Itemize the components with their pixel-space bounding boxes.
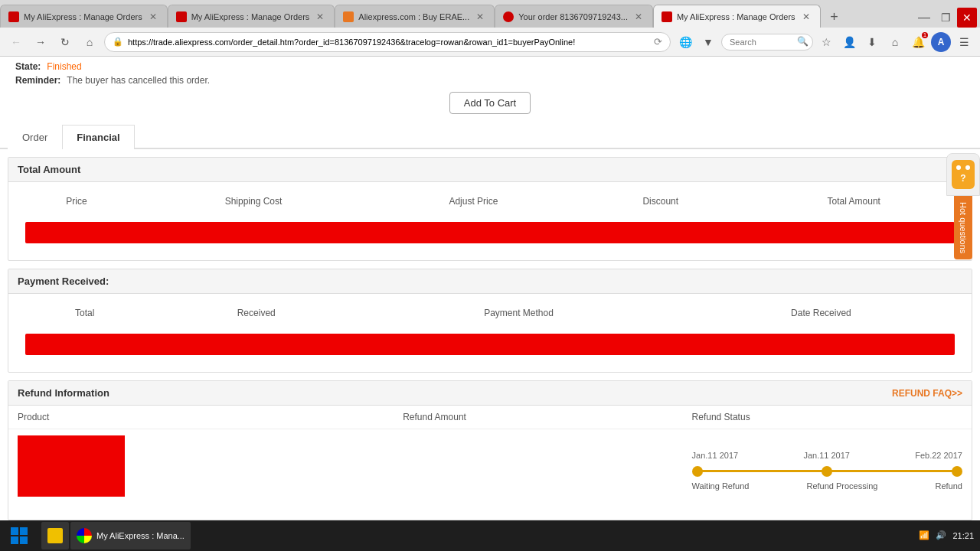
hot-questions-label[interactable]: Hot questions [954, 196, 972, 259]
payment-received-table: Total Received Payment Method Date Recei… [16, 302, 964, 364]
file-explorer-icon [47, 528, 63, 543]
tab-financial[interactable]: Financial [62, 125, 134, 149]
win-logo-tr [20, 527, 28, 535]
col-refund-status: Refund Status [683, 406, 972, 429]
payment-received-header: Payment Received: [8, 269, 972, 294]
tab-4[interactable]: Your order 8136709719243... ✕ [495, 5, 653, 28]
refund-title: Refund Information [18, 387, 109, 399]
col-date-received: Date Received [678, 302, 964, 324]
reload-address-button[interactable]: ⟳ [654, 36, 662, 47]
timeline-dates: Jan.11 2017 Jan.11 2017 Feb.22 2017 [692, 451, 962, 460]
timeline-label-3: Refund [936, 481, 962, 491]
tab-5-favicon [662, 11, 672, 22]
col-discount: Discount [577, 190, 744, 213]
add-to-cart-button[interactable]: Add To Cart [449, 92, 531, 114]
browser-chrome: My AliExpress : Manage Orders ✕ My AliEx… [0, 0, 980, 57]
win-logo-tl [11, 527, 18, 535]
page-content: State: Finished Reminder: The buyer has … [0, 57, 980, 520]
close-window-button[interactable]: ✕ [957, 8, 977, 28]
col-product: Product [8, 406, 394, 429]
reminder-label: Reminder: [15, 75, 60, 86]
minimize-button[interactable]: — [914, 8, 934, 28]
taskbar-item-browser-label: My AliExpress : Mana... [96, 531, 185, 540]
restore-button[interactable]: ❐ [936, 8, 956, 28]
tab-3[interactable]: Aliexpress.com : Buy ERAE... ✕ [335, 5, 495, 28]
home-button[interactable]: ⌂ [80, 32, 100, 52]
col-refund-amount: Refund Amount [394, 406, 682, 429]
win-logo-br [20, 536, 28, 544]
robot-face: ? [952, 160, 975, 189]
refund-section: Refund Information REFUND FAQ>> Product … [8, 380, 972, 520]
tab-4-close[interactable]: ✕ [632, 11, 645, 23]
win-logo-bl [11, 536, 18, 544]
state-row: State: Finished [15, 61, 965, 72]
nav-bar: ← → ↻ ⌂ 🔒 ⟳ 🌐 ▼ 🔍 ☆ 👤 ⬇ ⌂ 🔔 1 A ☰ [0, 28, 980, 57]
tab-5-title: My AliExpress : Manage Orders [677, 12, 795, 21]
tray-volume-icon: 🔊 [936, 530, 946, 540]
tab-2-close[interactable]: ✕ [314, 11, 326, 23]
address-input[interactable] [128, 37, 649, 47]
hot-questions-panel[interactable]: ? Hot questions [946, 153, 980, 259]
tab-3-favicon [343, 11, 354, 22]
windows-logo [11, 527, 28, 544]
total-amount-table: Price Shipping Cost Adjust Price Discoun… [16, 190, 964, 253]
timeline-dot-1 [692, 466, 703, 477]
order-tabs: Order Financial [0, 125, 980, 149]
reload-button[interactable]: ↻ [55, 32, 75, 52]
timeline-dots-row [692, 466, 962, 477]
tab-1-close[interactable]: ✕ [147, 11, 159, 23]
robot-question-mark: ? [960, 173, 965, 184]
timeline-date-3: Feb.22 2017 [915, 451, 962, 460]
main-content: State: Finished Reminder: The buyer has … [0, 57, 980, 520]
state-value: Finished [47, 61, 81, 72]
refund-table: Product Refund Amount Refund Status [8, 406, 972, 520]
tab-3-close[interactable]: ✕ [474, 11, 486, 23]
payment-received-title: Payment Received: [18, 276, 109, 287]
refund-faq-link[interactable]: REFUND FAQ>> [892, 388, 962, 399]
notifications-button[interactable]: 🔔 1 [908, 32, 928, 52]
bookmarks-button[interactable]: ☆ [816, 32, 836, 52]
menu-button[interactable]: ☰ [954, 32, 974, 52]
back-button[interactable]: ← [6, 32, 26, 52]
total-amount-redacted [16, 213, 964, 253]
payment-redacted-bar [25, 334, 955, 355]
search-container: 🔍 [721, 34, 813, 51]
reminder-text: The buyer has cancelled this order. [67, 75, 210, 86]
tab-5-close[interactable]: ✕ [800, 11, 812, 23]
forward-button[interactable]: → [31, 32, 51, 52]
address-bar[interactable]: 🔒 ⟳ [104, 32, 671, 52]
timeline-date-2: Jan.11 2017 [803, 451, 850, 460]
new-tab-button[interactable]: + [824, 6, 845, 28]
start-button[interactable] [0, 520, 38, 551]
payment-header-row: Total Received Payment Method Date Recei… [16, 302, 964, 324]
tab-2-favicon [176, 11, 187, 22]
tab-1[interactable]: My AliExpress : Manage Orders ✕ [0, 5, 168, 28]
col-price: Price [16, 190, 137, 213]
refund-timeline: Jan.11 2017 Jan.11 2017 Feb.22 2017 [692, 435, 962, 514]
refund-header-row: Product Refund Amount Refund Status [8, 406, 972, 429]
sync-button[interactable]: 👤 [839, 32, 859, 52]
total-amount-header: Total Amount [8, 158, 972, 182]
tab-2[interactable]: My AliExpress : Manage Orders ✕ [168, 5, 335, 28]
col-shipping: Shipping Cost [137, 190, 370, 213]
timeline-label-1: Waiting Refund [692, 481, 750, 491]
total-amount-title: Total Amount [18, 164, 80, 175]
tab-order[interactable]: Order [8, 125, 62, 149]
tab-5[interactable]: My AliExpress : Manage Orders ✕ [653, 5, 821, 28]
total-amount-body: Price Shipping Cost Adjust Price Discoun… [8, 182, 972, 260]
taskbar-item-file-explorer[interactable] [41, 522, 69, 549]
avatar-button[interactable]: A [931, 32, 951, 52]
total-amount-data-row [16, 213, 964, 253]
reminder-row: Reminder: The buyer has cancelled this o… [15, 75, 965, 86]
robot-eyes [956, 165, 970, 170]
timeline-dot-2 [822, 466, 832, 477]
translate-button[interactable]: 🌐 [675, 32, 695, 52]
download-button[interactable]: ▼ [698, 32, 718, 52]
download2-button[interactable]: ⬇ [862, 32, 882, 52]
timeline-date-1: Jan.11 2017 [692, 451, 739, 460]
tab-2-title: My AliExpress : Manage Orders [191, 12, 310, 21]
tab-3-title: Aliexpress.com : Buy ERAE... [358, 12, 469, 21]
taskbar-item-browser[interactable]: My AliExpress : Mana... [70, 522, 191, 549]
home2-button[interactable]: ⌂ [885, 32, 905, 52]
refund-product-cell [8, 429, 394, 520]
